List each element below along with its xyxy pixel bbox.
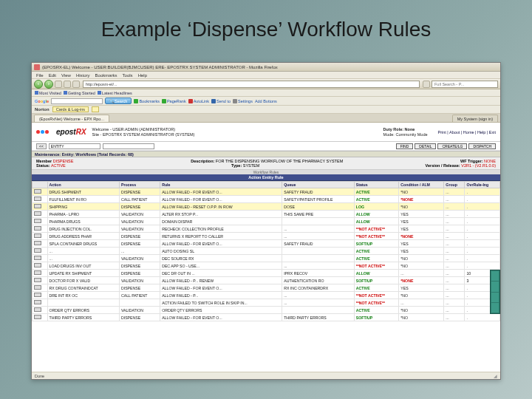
control-row: << ENTITY FIND DETAIL CREATE/LG DISPATCH (32, 142, 500, 151)
row-edit-button[interactable] (34, 241, 41, 245)
header-links[interactable]: Print | About | Home | Help | Exit (438, 130, 496, 134)
nav-reload-button[interactable] (55, 81, 62, 88)
table-row[interactable]: ORDER QTY ERRORSVALIDATIONORDER QTY ERRO… (33, 307, 500, 314)
google-search-button[interactable]: 🔍 Search (105, 98, 132, 104)
tab-active[interactable]: (EposRxNet) Welcome - EPX Rpo... (34, 115, 109, 122)
row-edit-button[interactable] (34, 256, 41, 260)
table-row[interactable]: FULFILLMENT IN ROCALL PATIENTALLOW FAILE… (33, 196, 500, 203)
create-button[interactable]: CREATE/LG (437, 143, 467, 149)
col-action[interactable]: Action (47, 182, 119, 188)
table-row[interactable]: PHARMA - LPROVALIDATIONALTER RX STOP P..… (33, 211, 500, 218)
browser-menubar[interactable]: File Edit View History Bookmarks Tools H… (32, 72, 500, 79)
menu-bookmarks[interactable]: Bookmarks (95, 73, 117, 78)
menu-history[interactable]: History (76, 73, 90, 78)
side-widget-cell[interactable] (491, 271, 499, 281)
col-edit[interactable] (33, 182, 48, 188)
dispatch-button[interactable]: DISPATCH (468, 143, 496, 149)
side-widget-cell[interactable] (491, 303, 499, 313)
row-edit-button[interactable] (34, 293, 41, 297)
cell-group: ... (444, 218, 465, 225)
bookmark-getting-started[interactable]: Getting Started (64, 91, 95, 95)
gtb-sendto[interactable]: Send to (211, 99, 231, 103)
table-row[interactable]: ...VALIDATIONDEC SOURCE RXACTIVE*NO.... (33, 255, 500, 262)
table-row[interactable]: DOCTOR FOR X VALIDVALIDATIONALLOW FAILED… (33, 277, 500, 284)
col-condition[interactable]: Condition / ALM (399, 182, 444, 188)
table-row[interactable]: THIRD PARTY ERRORSDISPENSEALLOW FAILED -… (33, 314, 500, 321)
col-group[interactable]: Group (444, 182, 465, 188)
detail-button[interactable]: DETAIL (415, 143, 436, 149)
table-row[interactable]: UPDATE RX SHIPMENTDISPENSEDEC DR OUT IN … (33, 270, 500, 277)
side-widget-cell[interactable] (491, 282, 499, 291)
menu-tools[interactable]: Tools (123, 73, 133, 78)
menu-file[interactable]: File (36, 73, 44, 78)
norton-cards-button[interactable]: Cards & Log-ins (52, 106, 89, 112)
row-edit-button[interactable] (34, 219, 41, 223)
table-row[interactable]: RX DRUG CONTRAINDCATDISPENSEALLOW FAILED… (33, 284, 500, 292)
cell-rule: ALLOW FAILED - FOR EVENT O... (160, 314, 282, 321)
row-edit-button[interactable] (34, 197, 41, 201)
nav-stop-button[interactable] (64, 81, 71, 88)
nav-back-button[interactable]: ‹ (34, 80, 43, 89)
resize-grip-icon[interactable]: ◢ (494, 374, 497, 378)
bookmark-latest-headlines[interactable]: Latest Headlines (98, 91, 132, 95)
table-row[interactable]: DRUG SHIPMENTDISPENSEALLOW FAILED - FOR … (33, 188, 500, 196)
nav-forward-button[interactable]: › (44, 80, 53, 89)
table-row[interactable]: LOAD DRUGS INV OUTDISPENSEDEC APP SO - U… (33, 262, 500, 270)
col-rule[interactable]: Rule (160, 182, 282, 188)
gtb-addbuttons[interactable]: Add Buttons (255, 99, 277, 103)
gtb-settings[interactable]: Settings (233, 99, 253, 103)
row-edit-button[interactable] (34, 270, 41, 275)
side-widget-cell[interactable] (491, 293, 499, 302)
row-edit-button[interactable] (34, 278, 41, 282)
row-edit-button[interactable] (34, 248, 41, 253)
feed-icon[interactable] (423, 81, 430, 88)
table-row[interactable]: ACTION FAILED TO SWITCH ROLE IN SKIP IN.… (33, 299, 500, 307)
find-button[interactable]: FIND (396, 143, 414, 149)
star-icon (134, 99, 138, 103)
cell-ovrrule: . (465, 225, 500, 233)
cell-process: DISPENSE (119, 188, 160, 196)
table-row[interactable]: SHIPPINGDISPENSEALLOW FAILED - RESET O.P… (33, 203, 500, 211)
url-input[interactable]: http://eposrx-el/... (83, 81, 420, 88)
table-row[interactable]: PHARMA DRUGSVALIDATIONDOMAIN DISPARALLOW… (33, 218, 500, 225)
gtb-pagerank[interactable]: PageRank (162, 99, 186, 103)
back-button[interactable]: << (36, 143, 47, 149)
google-search-input[interactable] (51, 98, 103, 104)
row-edit-button[interactable] (34, 233, 41, 238)
cell-queue: SAFETY/PATIENT PROFILE (282, 196, 355, 203)
cell-queue: SAFETY FRAUD (282, 188, 355, 196)
row-edit-button[interactable] (34, 211, 41, 216)
menu-help[interactable]: Help (138, 73, 147, 78)
table-row[interactable]: DRUG ADDRESS PHARDISPENSERETURNS X REPOR… (33, 233, 500, 240)
row-edit-button[interactable] (34, 263, 41, 267)
cell-status: SOFT/UP (354, 314, 399, 321)
row-edit-button[interactable] (34, 226, 41, 231)
nav-home-button[interactable] (72, 81, 80, 88)
row-edit-button[interactable] (34, 307, 41, 312)
row-edit-button[interactable] (34, 204, 41, 208)
norton-logins-button[interactable] (92, 106, 99, 112)
entity-select-2[interactable] (103, 143, 154, 149)
table-row[interactable]: DRUG INJECTION COL.VALIDATIONRECHECK COL… (33, 225, 500, 233)
table-row[interactable]: DRE INT RX OCCALL PATIENTALLOW FAILED - … (33, 292, 500, 299)
col-queue[interactable]: Queue (282, 182, 355, 188)
gtb-bookmarks[interactable]: Bookmarks (134, 99, 160, 103)
browser-search-input[interactable]: Full Search - P... (432, 81, 498, 88)
row-edit-button[interactable] (34, 315, 41, 319)
bookmark-most-visited[interactable]: Most Visited (35, 91, 61, 95)
table-row[interactable]: ......AUTO DOSING SLACTIVEYES.... (33, 248, 500, 255)
row-edit-button[interactable] (34, 189, 41, 194)
col-ovrrule[interactable]: OvrRule-Ing (465, 182, 500, 188)
menu-edit[interactable]: Edit (49, 73, 56, 78)
entity-select[interactable]: ENTITY (49, 143, 100, 149)
side-widget[interactable] (490, 270, 500, 314)
row-edit-button[interactable] (34, 300, 41, 304)
col-process[interactable]: Process (119, 182, 160, 188)
table-row[interactable]: SPLA CONTAINER DRUGSDISPENSEALLOW FAILED… (33, 240, 500, 248)
row-edit-button[interactable] (34, 285, 41, 290)
menu-view[interactable]: View (61, 73, 71, 78)
col-status[interactable]: Status (354, 182, 399, 188)
gtb-autolink[interactable]: AutoLink (188, 99, 209, 103)
tab-background[interactable]: My System (sign in) (452, 115, 498, 122)
cell-rule: ALLOW FAILED - FOR EVENT O... (160, 196, 282, 203)
